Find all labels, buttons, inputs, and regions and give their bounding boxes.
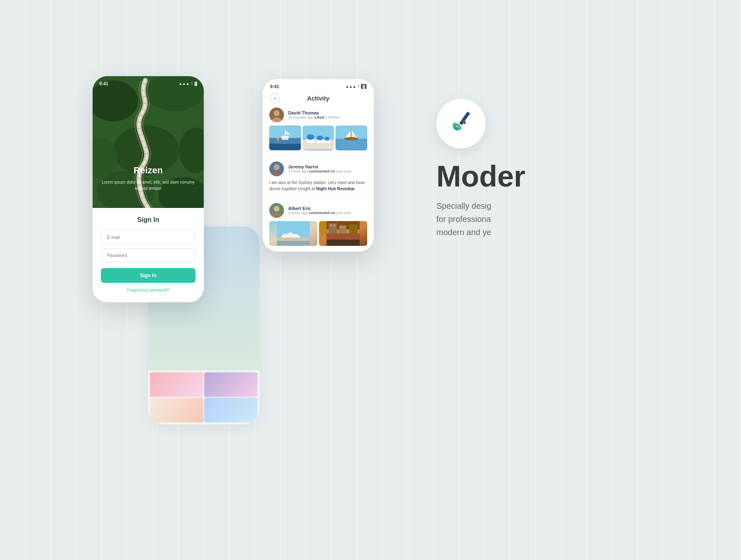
photos-albert	[269, 221, 367, 246]
hero-subtitle: Lorem ipsum dolor sit amet, elitr, sed d…	[93, 179, 204, 191]
user-meta-albert: 3 hours ago commented on your post	[288, 211, 367, 215]
activity-content: David Thomas 15 minutes ago Liked 3 Phot…	[263, 107, 374, 252]
divider-2	[269, 198, 367, 198]
username-david: David Thomas	[288, 110, 367, 115]
user-meta-david: 15 minutes ago Liked 3 Photos	[288, 115, 367, 119]
user-meta-jeremy: 3 hours ago commented on your post	[288, 169, 367, 173]
username-albert: Albert Eric	[288, 206, 367, 211]
svg-point-17	[277, 137, 279, 139]
app-icon-circle	[436, 99, 486, 148]
avatar-albert	[269, 203, 284, 218]
activity-item-david: David Thomas 15 minutes ago Liked 3 Phot…	[269, 107, 367, 150]
signal-icon-2: ▲▲▲	[345, 84, 357, 89]
svg-rect-41	[277, 241, 310, 246]
svg-rect-48	[330, 224, 332, 226]
hero-text: Reizen Lorem ipsum dolor sit amet, elitr…	[93, 165, 204, 191]
svg-rect-52	[327, 240, 360, 246]
user-row-albert: Albert Eric 3 hours ago commented on you…	[269, 203, 367, 218]
svg-rect-49	[333, 224, 336, 226]
meta-time-jeremy: 3 hours ago	[288, 169, 309, 173]
svg-rect-13	[269, 144, 301, 149]
user-info-jeremy: Jeremy Harris 3 hours ago commented on y…	[288, 164, 367, 173]
signin-phone: 9:41 ▲▲▲ ⌇ ▓ Reizen Lorem ipsum dolor si…	[93, 76, 204, 302]
user-row-david: David Thomas 15 minutes ago Liked 3 Phot…	[269, 107, 367, 122]
meta-end-albert: your post	[336, 211, 352, 215]
forgot-password-link[interactable]: Forgot your password?	[101, 288, 196, 292]
status-bar-activity: 9:41 ▲▲▲ ⌇ ▓	[263, 79, 374, 92]
svg-point-26	[324, 137, 329, 141]
svg-rect-18	[277, 139, 279, 142]
svg-marker-14	[281, 136, 289, 140]
activity-item-jeremy: Jeremy Harris 3 hours ago commented on y…	[269, 161, 367, 192]
svg-rect-51	[343, 226, 345, 228]
meta-end-david: 3 Photos	[325, 115, 340, 119]
wifi-icon: ⌇	[191, 82, 193, 86]
phone-bg-photos	[148, 371, 259, 424]
photo-sea	[269, 126, 301, 150]
activity-item-albert: Albert Eric 3 hours ago commented on you…	[269, 203, 367, 246]
bg-photo-4	[204, 398, 258, 422]
right-panel: Moder Specially desig for professiona mo…	[436, 99, 683, 239]
bg-photo-3	[150, 398, 203, 422]
battery-icon: ▓	[194, 82, 197, 86]
moder-desc-text-3: modern and ye	[436, 228, 491, 237]
activity-nav: Activity	[263, 92, 374, 107]
comment-highlight-jeremy: Night Hub Restobar	[316, 187, 355, 191]
wifi-icon-2: ⌇	[358, 84, 359, 89]
signin-form-title: Sign In	[101, 216, 196, 224]
back-button[interactable]	[270, 93, 280, 103]
meta-action-david: Liked	[315, 115, 325, 119]
status-bar-signin: 9:41 ▲▲▲ ⌇ ▓	[99, 81, 197, 86]
battery-icon-2: ▓	[361, 84, 366, 89]
activity-screen-title: Activity	[307, 95, 329, 102]
hero-image: 9:41 ▲▲▲ ⌇ ▓ Reizen Lorem ipsum dolor si…	[93, 76, 204, 208]
moder-desc-text: Specially desig	[436, 201, 491, 210]
hero-title: Reizen	[93, 165, 204, 176]
svg-point-22	[306, 134, 314, 140]
photo-opera-house	[269, 221, 317, 246]
divider-1	[269, 156, 367, 156]
signin-button[interactable]: Sign In	[101, 268, 196, 283]
meta-time-albert: 3 hours ago	[288, 211, 309, 215]
svg-point-9	[274, 110, 280, 116]
avatar-david	[269, 107, 284, 122]
svg-rect-46	[339, 225, 347, 233]
photo-street	[319, 221, 367, 246]
meta-time-david: 15 minutes ago	[288, 115, 315, 119]
moder-description: Specially desig for professiona modern a…	[436, 199, 642, 239]
svg-rect-28	[336, 139, 367, 150]
user-info-albert: Albert Eric 3 hours ago commented on you…	[288, 206, 367, 215]
bg-photo-1	[150, 372, 203, 397]
bg-photo-2	[204, 372, 258, 397]
svg-rect-31	[351, 129, 352, 138]
photos-david	[269, 126, 367, 150]
comment-jeremy: I am also at the Sydney station. Let's m…	[269, 180, 367, 192]
user-info-david: David Thomas 15 minutes ago Liked 3 Phot…	[288, 110, 367, 119]
email-input[interactable]	[101, 230, 196, 244]
svg-rect-47	[350, 224, 358, 233]
photo-village	[303, 126, 334, 150]
svg-rect-50	[340, 226, 342, 228]
meta-action-albert: commented on	[309, 211, 336, 215]
svg-point-32	[344, 137, 359, 140]
avatar-jeremy	[269, 161, 284, 176]
signal-icon: ▲▲▲	[179, 82, 190, 86]
moder-title: Moder	[436, 161, 683, 191]
meta-action-jeremy: commented on	[309, 169, 336, 173]
status-icons-activity: ▲▲▲ ⌇ ▓	[345, 84, 366, 89]
status-icons-signin: ▲▲▲ ⌇ ▓	[179, 82, 197, 86]
paint-brush-icon	[447, 109, 475, 138]
moder-desc-text-2: for professiona	[436, 215, 491, 224]
password-input[interactable]	[101, 248, 196, 262]
signin-form: Sign In Sign In Forgot your password?	[93, 208, 204, 302]
svg-point-37	[274, 206, 280, 212]
svg-point-24	[316, 135, 323, 140]
svg-point-34	[274, 164, 280, 170]
photo-boat	[336, 126, 367, 150]
meta-end-jeremy: your post	[336, 169, 352, 173]
user-row-jeremy: Jeremy Harris 3 hours ago commented on y…	[269, 161, 367, 176]
activity-phone: 9:41 ▲▲▲ ⌇ ▓ Activity	[263, 79, 374, 252]
username-jeremy: Jeremy Harris	[288, 164, 367, 169]
status-time-activity: 9:41	[270, 84, 279, 89]
status-time-signin: 9:41	[99, 81, 108, 86]
